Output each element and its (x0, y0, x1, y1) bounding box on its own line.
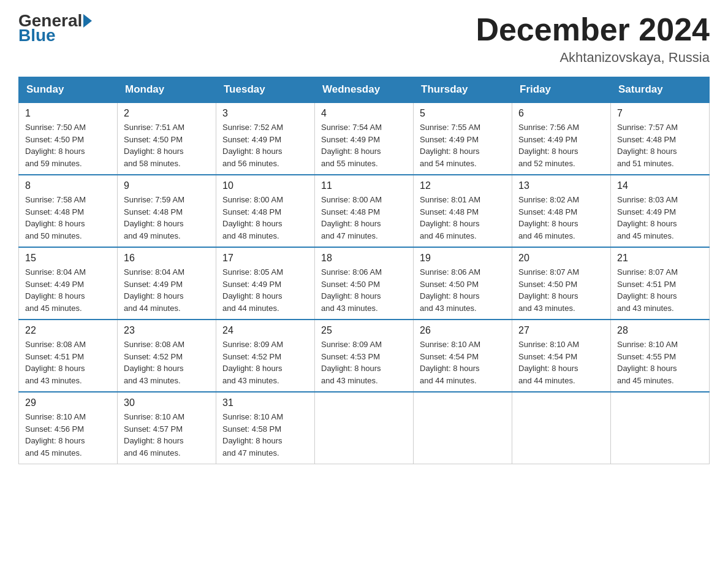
page-header: General Blue December 2024 Akhtanizovska… (18, 12, 710, 66)
day-number: 14 (617, 180, 703, 191)
calendar-day-cell: 7 Sunrise: 7:57 AMSunset: 4:48 PMDayligh… (611, 102, 710, 175)
calendar-week-row: 22 Sunrise: 8:08 AMSunset: 4:51 PMDaylig… (19, 320, 710, 392)
day-info: Sunrise: 8:09 AMSunset: 4:52 PMDaylight:… (222, 339, 308, 386)
day-number: 5 (420, 108, 506, 119)
day-info: Sunrise: 7:51 AMSunset: 4:50 PMDaylight:… (124, 121, 210, 169)
day-info: Sunrise: 8:07 AMSunset: 4:51 PMDaylight:… (617, 266, 703, 314)
day-info: Sunrise: 8:10 AMSunset: 4:58 PMDaylight:… (222, 411, 308, 459)
day-number: 24 (222, 325, 308, 336)
day-info: Sunrise: 8:02 AMSunset: 4:48 PMDaylight:… (518, 194, 604, 242)
day-info: Sunrise: 8:01 AMSunset: 4:48 PMDaylight:… (420, 194, 506, 242)
day-number: 9 (124, 180, 210, 191)
day-number: 20 (518, 253, 604, 264)
day-number: 3 (222, 108, 308, 119)
calendar-week-row: 8 Sunrise: 7:58 AMSunset: 4:48 PMDayligh… (19, 175, 710, 247)
calendar-day-cell: 22 Sunrise: 8:08 AMSunset: 4:51 PMDaylig… (19, 320, 118, 392)
day-info: Sunrise: 8:06 AMSunset: 4:50 PMDaylight:… (420, 266, 506, 314)
calendar-day-cell: 11 Sunrise: 8:00 AMSunset: 4:48 PMDaylig… (315, 175, 414, 247)
logo-arrow-icon (83, 14, 92, 28)
col-tuesday: Tuesday (216, 77, 315, 103)
day-number: 25 (321, 325, 407, 336)
day-number: 8 (25, 180, 111, 191)
day-info: Sunrise: 7:50 AMSunset: 4:50 PMDaylight:… (25, 121, 111, 169)
calendar-day-cell: 28 Sunrise: 8:10 AMSunset: 4:55 PMDaylig… (611, 320, 710, 392)
day-info: Sunrise: 8:10 AMSunset: 4:54 PMDaylight:… (518, 339, 604, 386)
calendar-day-cell: 4 Sunrise: 7:54 AMSunset: 4:49 PMDayligh… (315, 102, 414, 175)
day-number: 28 (617, 325, 703, 336)
day-info: Sunrise: 8:10 AMSunset: 4:56 PMDaylight:… (25, 411, 111, 459)
calendar-day-cell: 5 Sunrise: 7:55 AMSunset: 4:49 PMDayligh… (414, 102, 512, 175)
col-wednesday: Wednesday (315, 77, 414, 103)
calendar-day-cell (512, 392, 611, 464)
day-number: 23 (124, 325, 210, 336)
calendar-week-row: 15 Sunrise: 8:04 AMSunset: 4:49 PMDaylig… (19, 247, 710, 320)
calendar-day-cell: 6 Sunrise: 7:56 AMSunset: 4:49 PMDayligh… (512, 102, 611, 175)
col-saturday: Saturday (611, 77, 710, 103)
day-number: 27 (518, 325, 604, 336)
calendar-table: Sunday Monday Tuesday Wednesday Thursday… (18, 77, 710, 464)
day-number: 30 (124, 397, 210, 408)
calendar-day-cell: 21 Sunrise: 8:07 AMSunset: 4:51 PMDaylig… (611, 247, 710, 320)
day-number: 29 (25, 397, 111, 408)
day-number: 22 (25, 325, 111, 336)
logo-blue-text: Blue (18, 26, 56, 45)
logo: General Blue (18, 12, 93, 45)
calendar-day-cell: 27 Sunrise: 8:10 AMSunset: 4:54 PMDaylig… (512, 320, 611, 392)
calendar-day-cell: 9 Sunrise: 7:59 AMSunset: 4:48 PMDayligh… (118, 175, 216, 247)
calendar-header: Sunday Monday Tuesday Wednesday Thursday… (19, 77, 710, 103)
calendar-day-cell (611, 392, 710, 464)
day-info: Sunrise: 8:08 AMSunset: 4:51 PMDaylight:… (25, 339, 111, 386)
header-row: Sunday Monday Tuesday Wednesday Thursday… (19, 77, 710, 103)
day-info: Sunrise: 7:52 AMSunset: 4:49 PMDaylight:… (222, 121, 308, 169)
day-number: 2 (124, 108, 210, 119)
day-info: Sunrise: 7:56 AMSunset: 4:49 PMDaylight:… (518, 121, 604, 169)
calendar-body: 1 Sunrise: 7:50 AMSunset: 4:50 PMDayligh… (19, 102, 710, 464)
calendar-day-cell: 18 Sunrise: 8:06 AMSunset: 4:50 PMDaylig… (315, 247, 414, 320)
day-info: Sunrise: 8:00 AMSunset: 4:48 PMDaylight:… (222, 194, 308, 242)
day-number: 18 (321, 253, 407, 264)
calendar-day-cell: 13 Sunrise: 8:02 AMSunset: 4:48 PMDaylig… (512, 175, 611, 247)
day-info: Sunrise: 8:07 AMSunset: 4:50 PMDaylight:… (518, 266, 604, 314)
calendar-day-cell: 29 Sunrise: 8:10 AMSunset: 4:56 PMDaylig… (19, 392, 118, 464)
location-subtitle: Akhtanizovskaya, Russia (476, 50, 710, 66)
month-year-title: December 2024 (476, 12, 710, 47)
calendar-week-row: 1 Sunrise: 7:50 AMSunset: 4:50 PMDayligh… (19, 102, 710, 175)
day-number: 1 (25, 108, 111, 119)
day-info: Sunrise: 8:08 AMSunset: 4:52 PMDaylight:… (124, 339, 210, 386)
calendar-week-row: 29 Sunrise: 8:10 AMSunset: 4:56 PMDaylig… (19, 392, 710, 464)
calendar-day-cell: 19 Sunrise: 8:06 AMSunset: 4:50 PMDaylig… (414, 247, 512, 320)
day-info: Sunrise: 7:58 AMSunset: 4:48 PMDaylight:… (25, 194, 111, 242)
col-friday: Friday (512, 77, 611, 103)
day-info: Sunrise: 8:00 AMSunset: 4:48 PMDaylight:… (321, 194, 407, 242)
day-number: 16 (124, 253, 210, 264)
day-number: 31 (222, 397, 308, 408)
day-info: Sunrise: 8:04 AMSunset: 4:49 PMDaylight:… (124, 266, 210, 314)
calendar-day-cell: 17 Sunrise: 8:05 AMSunset: 4:49 PMDaylig… (216, 247, 315, 320)
day-number: 17 (222, 253, 308, 264)
title-area: December 2024 Akhtanizovskaya, Russia (476, 12, 710, 66)
day-number: 6 (518, 108, 604, 119)
calendar-day-cell (315, 392, 414, 464)
calendar-day-cell: 2 Sunrise: 7:51 AMSunset: 4:50 PMDayligh… (118, 102, 216, 175)
day-info: Sunrise: 7:54 AMSunset: 4:49 PMDaylight:… (321, 121, 407, 169)
calendar-day-cell: 25 Sunrise: 8:09 AMSunset: 4:53 PMDaylig… (315, 320, 414, 392)
day-info: Sunrise: 8:06 AMSunset: 4:50 PMDaylight:… (321, 266, 407, 314)
day-number: 12 (420, 180, 506, 191)
day-number: 10 (222, 180, 308, 191)
day-number: 21 (617, 253, 703, 264)
day-number: 15 (25, 253, 111, 264)
col-thursday: Thursday (414, 77, 512, 103)
day-info: Sunrise: 8:10 AMSunset: 4:55 PMDaylight:… (617, 339, 703, 386)
day-number: 19 (420, 253, 506, 264)
day-number: 4 (321, 108, 407, 119)
calendar-day-cell: 1 Sunrise: 7:50 AMSunset: 4:50 PMDayligh… (19, 102, 118, 175)
calendar-day-cell (414, 392, 512, 464)
day-info: Sunrise: 7:59 AMSunset: 4:48 PMDaylight:… (124, 194, 210, 242)
calendar-day-cell: 23 Sunrise: 8:08 AMSunset: 4:52 PMDaylig… (118, 320, 216, 392)
day-info: Sunrise: 7:55 AMSunset: 4:49 PMDaylight:… (420, 121, 506, 169)
calendar-day-cell: 12 Sunrise: 8:01 AMSunset: 4:48 PMDaylig… (414, 175, 512, 247)
calendar-day-cell: 10 Sunrise: 8:00 AMSunset: 4:48 PMDaylig… (216, 175, 315, 247)
day-number: 26 (420, 325, 506, 336)
calendar-day-cell: 3 Sunrise: 7:52 AMSunset: 4:49 PMDayligh… (216, 102, 315, 175)
day-info: Sunrise: 8:09 AMSunset: 4:53 PMDaylight:… (321, 339, 407, 386)
